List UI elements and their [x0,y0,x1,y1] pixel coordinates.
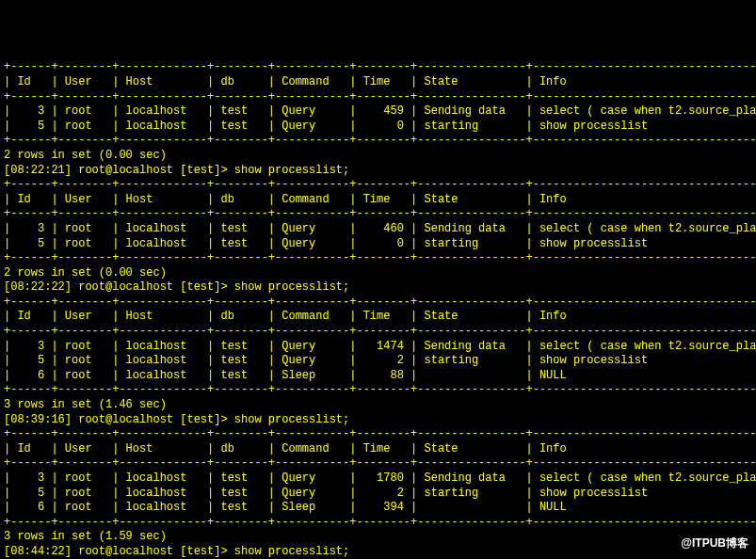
watermark: @ITPUB博客 [681,536,748,551]
terminal-line: | 6 | root | localhost | test | Sleep | … [4,369,752,384]
terminal-line: | 3 | root | localhost | test | Query | … [4,340,752,355]
terminal-line: | 5 | root | localhost | test | Query | … [4,237,752,252]
terminal-line: +------+--------+-------------+--------+… [4,207,752,222]
terminal-line: +------+--------+-------------+--------+… [4,325,752,340]
terminal-line: | 3 | root | localhost | test | Query | … [4,104,752,120]
terminal-line: +------+--------+-------------+--------+… [4,295,752,311]
terminal-output: +------+--------+-------------+--------+… [4,60,752,559]
terminal-line: | 3 | root | localhost | test | Query | … [4,471,752,487]
terminal-line: | 6 | root | localhost | test | Sleep | … [4,501,752,516]
terminal-line: [08:39:16] root@localhost [test]> show p… [4,413,752,428]
terminal-line: | 3 | root | localhost | test | Query | … [4,222,752,237]
terminal-line: 2 rows in set (0.00 sec) [4,149,752,164]
terminal-line: 2 rows in set (0.00 sec) [4,266,752,281]
terminal-line: +------+--------+-------------+--------+… [4,516,752,531]
terminal-line: | Id | User | Host | db | Command | Time… [4,442,752,457]
terminal-line: [08:22:22] root@localhost [test]> show p… [4,280,752,295]
terminal-line: | 5 | root | localhost | test | Query | … [4,120,752,135]
terminal-line: +------+--------+-------------+--------+… [4,427,752,442]
terminal-line: +------+--------+-------------+--------+… [4,134,752,149]
terminal-line: 3 rows in set (1.59 sec) [4,530,752,545]
terminal-line: [08:22:21] root@localhost [test]> show p… [4,164,752,179]
terminal-line: | Id | User | Host | db | Command | Time… [4,193,752,208]
terminal-line: +------+--------+-------------+--------+… [4,60,752,75]
terminal-line: 3 rows in set (1.46 sec) [4,398,752,413]
terminal-line: +------+--------+-------------+--------+… [4,178,752,193]
terminal-line: +------+--------+-------------+--------+… [4,90,752,105]
terminal-line: | 5 | root | localhost | test | Query | … [4,354,752,369]
terminal-line: +------+--------+-------------+--------+… [4,251,752,266]
terminal-line: +------+--------+-------------+--------+… [4,383,752,398]
terminal-line: | Id | User | Host | db | Command | Time… [4,310,752,325]
terminal-line: | Id | User | Host | db | Command | Time… [4,75,752,90]
terminal-line: [08:44:22] root@localhost [test]> show p… [4,545,752,559]
terminal-line: | 5 | root | localhost | test | Query | … [4,487,752,502]
terminal-line: +------+--------+-------------+--------+… [4,456,752,471]
